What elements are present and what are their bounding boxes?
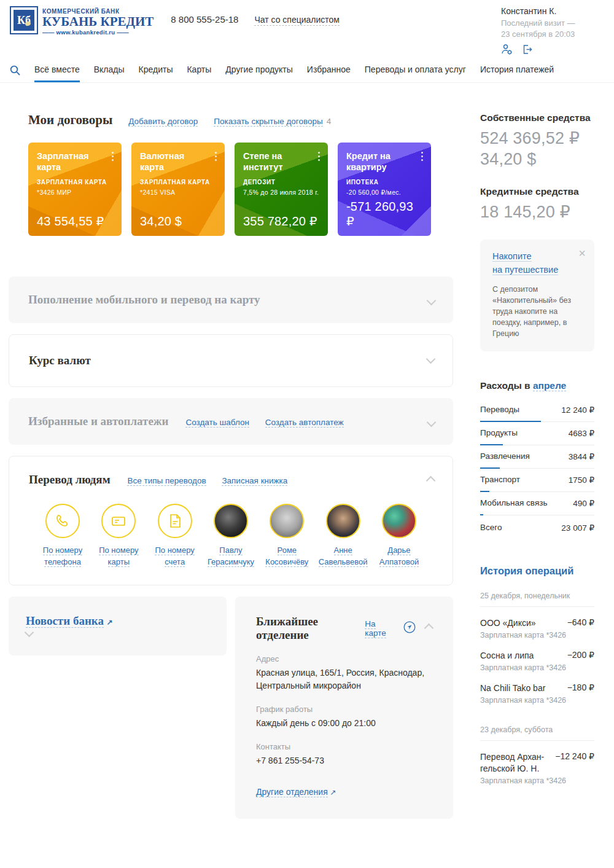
- contacts-label: Контакты: [256, 742, 432, 751]
- tab-transfers[interactable]: Переводы и оплата услуг: [365, 65, 466, 82]
- address-label: Адрес: [256, 654, 432, 663]
- avatar: [326, 504, 360, 538]
- add-contract-link[interactable]: Добавить договор: [128, 117, 198, 127]
- chevron-up-icon[interactable]: [427, 476, 434, 486]
- panel-title: Перевод людям: [29, 473, 111, 486]
- card-menu-icon[interactable]: [112, 152, 114, 161]
- main-nav: Всё вместе Вклады Кредиты Карты Другие п…: [0, 57, 614, 82]
- phone-icon: [45, 504, 80, 538]
- history-item[interactable]: Сосна и липа −200 ₽ Зарплатная карта *34…: [480, 650, 594, 672]
- user-name: Константин К.: [501, 6, 594, 16]
- external-link-icon: ↗: [330, 788, 336, 797]
- transfer-by-phone[interactable]: По номерутелефона: [37, 504, 88, 568]
- panel-transfer-people: Перевод людям Все типы переводов Записна…: [9, 456, 453, 585]
- branch-phone: +7 861 255-54-73: [256, 754, 432, 767]
- navigation-icon[interactable]: [403, 621, 416, 635]
- document-icon: [158, 504, 192, 538]
- show-hidden-link[interactable]: Показать скрытые договоры: [214, 117, 322, 127]
- last-visit: Последний визит — 23 сентября в 20:03: [501, 18, 594, 39]
- expenses-widget: Расходы в апреле Переводы12 240 ₽ Продук…: [480, 380, 594, 539]
- card-salary[interactable]: Зарплатная карта ЗАРПЛАТНАЯ КАРТА *3426 …: [28, 143, 122, 236]
- contract-cards: Зарплатная карта ЗАРПЛАТНАЯ КАРТА *3426 …: [28, 143, 453, 236]
- credit-funds-amount: 18 145,20 ₽: [480, 202, 594, 223]
- history-item[interactable]: Na Chili Tako bar −180 ₽ Зарплатная карт…: [480, 682, 594, 705]
- panel-title: Избранные и автоплатежи: [28, 415, 169, 428]
- card-currency[interactable]: Валютная карта ЗАРПЛАТНАЯ КАРТА *2415 VI…: [131, 143, 225, 236]
- logo-line2: КУБАНЬ КРЕДИТ: [42, 15, 154, 28]
- header: Кб КОММЕРЧЕСКИЙ БАНК КУБАНЬ КРЕДИТ —— ww…: [0, 0, 614, 57]
- transfer-people-row: По номерутелефона По номерукарты: [29, 504, 433, 568]
- promo-text: С депозитом «Накопительный» без труда на…: [492, 284, 582, 340]
- chevron-down-icon[interactable]: [427, 354, 434, 364]
- create-autopay-link[interactable]: Создать автоплатеж: [265, 418, 344, 428]
- profile-settings-icon[interactable]: [501, 44, 513, 57]
- bank-card-icon: [101, 504, 136, 538]
- panel-mobile-topup[interactable]: Пополнение мобильного и перевод на карту: [9, 276, 453, 323]
- tab-favorites[interactable]: Избранное: [307, 65, 351, 82]
- hidden-count: 4: [327, 117, 332, 126]
- main-column: Мои договоры Добавить договор Показать с…: [9, 112, 453, 819]
- all-transfer-types-link[interactable]: Все типы переводов: [127, 476, 206, 486]
- expense-row: Развлечения3844 ₽: [480, 445, 594, 469]
- panel-title: Курс валют: [29, 354, 91, 367]
- history-date: 23 декабря, суббота: [480, 705, 594, 741]
- panel-bank-news[interactable]: Новости банка ↗: [9, 596, 227, 655]
- tab-other-products[interactable]: Другие продукты: [225, 65, 292, 82]
- expenses-month-link[interactable]: апреле: [533, 380, 566, 391]
- banking-dashboard: Кб КОММЕРЧЕСКИЙ БАНК КУБАНЬ КРЕДИТ —— ww…: [0, 0, 614, 868]
- chevron-down-icon[interactable]: [26, 628, 33, 638]
- transfer-by-card[interactable]: По номерукарты: [93, 504, 144, 568]
- branch-address: Красная улица, 165/1, Россия, Краснодар,…: [256, 667, 428, 692]
- close-icon[interactable]: ×: [578, 247, 586, 259]
- logout-icon[interactable]: [521, 44, 533, 57]
- expenses-title: Расходы в: [480, 380, 530, 391]
- address-book-link[interactable]: Записная книжка: [222, 476, 287, 486]
- bank-news-link[interactable]: Новости банка: [26, 614, 104, 628]
- history-title-link[interactable]: История операций: [480, 565, 573, 576]
- transfer-contact-darya[interactable]: ДарьеАлпатовой: [374, 504, 424, 568]
- tab-all[interactable]: Всё вместе: [34, 65, 80, 82]
- branch-hours: Каждый день с 09:00 до 21:00: [256, 717, 432, 730]
- bank-logo[interactable]: Кб КОММЕРЧЕСКИЙ БАНК КУБАНЬ КРЕДИТ —— ww…: [10, 6, 154, 36]
- user-block: Константин К. Последний визит — 23 сентя…: [501, 6, 594, 57]
- avatar: [214, 504, 248, 538]
- expense-row: Переводы12 240 ₽: [480, 399, 594, 422]
- credit-funds-title: Кредитные средства: [480, 186, 594, 197]
- promo-link[interactable]: Накопитена путешествие: [492, 250, 558, 277]
- card-menu-icon[interactable]: [215, 152, 217, 161]
- transfer-contact-anna[interactable]: АннеСавельвевой: [318, 504, 368, 568]
- expense-row: Транспорт1750 ₽: [480, 469, 594, 492]
- history-item[interactable]: Перевод Архан­гельской Ю. Н. −12 240 ₽ З…: [480, 751, 594, 785]
- panel-currency-rates[interactable]: Курс валют: [9, 334, 453, 387]
- tab-deposits[interactable]: Вклады: [94, 65, 125, 82]
- on-map-link[interactable]: На карте: [365, 619, 386, 638]
- external-link-icon: ↗: [107, 618, 113, 627]
- card-mortgage[interactable]: Кредит на квартиру ИПОТЕКА -20 560,00 ₽/…: [338, 143, 431, 236]
- history-date: 25 декабря, понедельник: [480, 577, 594, 607]
- transfer-contact-pavel[interactable]: ПавлуГерасимчуку: [206, 504, 256, 568]
- other-branches-link[interactable]: Другие отделения: [256, 787, 328, 797]
- chevron-down-icon[interactable]: [428, 296, 435, 306]
- transfer-by-account[interactable]: По номерусчета: [150, 504, 200, 568]
- create-template-link[interactable]: Создать шаблон: [185, 418, 249, 428]
- page-title: Мои договоры: [28, 112, 112, 128]
- search-icon[interactable]: [10, 65, 20, 77]
- card-balance: -571 260,93 ₽: [346, 200, 424, 229]
- hours-label: График работы: [256, 705, 432, 714]
- tab-history[interactable]: История платежей: [480, 65, 554, 82]
- tab-credits[interactable]: Кредиты: [139, 65, 173, 82]
- chevron-up-icon[interactable]: [426, 624, 432, 633]
- panel-title: Пополнение мобильного и перевод на карту: [28, 293, 260, 306]
- card-deposit[interactable]: Степе на институт ДЕПОЗИТ 7,5% до 28 июл…: [235, 143, 328, 236]
- chat-link[interactable]: Чат со специалистом: [254, 15, 340, 26]
- avatar: [382, 504, 416, 538]
- chevron-down-icon[interactable]: [428, 418, 435, 428]
- card-menu-icon[interactable]: [421, 152, 423, 161]
- panel-favorites-autopay[interactable]: Избранные и автоплатежи Создать шаблон С…: [9, 398, 453, 445]
- transfer-contact-roma[interactable]: РомеКосовичёву: [262, 504, 312, 568]
- card-menu-icon[interactable]: [318, 152, 320, 161]
- tab-cards[interactable]: Карты: [187, 65, 211, 82]
- expense-row: Мобильная связь490 ₽: [480, 492, 594, 515]
- history-item[interactable]: ООО «Дикси» −640 ₽ Зарплатная карта *342…: [480, 617, 594, 639]
- own-funds-title: Собственные средства: [480, 112, 594, 123]
